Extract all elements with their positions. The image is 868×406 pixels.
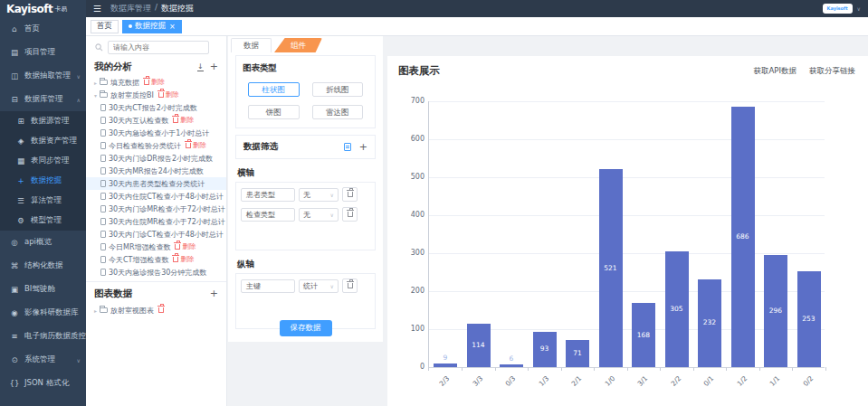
bar[interactable]: [434, 364, 457, 367]
view-tab-active[interactable]: 数据挖掘×: [122, 20, 182, 33]
delete-row-button[interactable]: [342, 207, 358, 222]
bar[interactable]: [500, 364, 523, 367]
x-category-label: 3/3: [455, 374, 484, 403]
tree-item-label: 今日MR增强检查数: [109, 242, 170, 252]
x-axis-tick: [594, 367, 595, 371]
x-category-label: 0/3: [489, 374, 518, 403]
tree-item[interactable]: 今天CT增强检查数删除: [86, 253, 226, 266]
x-axis-tick: [495, 367, 496, 371]
chart-type-selected[interactable]: 柱状图: [248, 82, 300, 97]
delete-link[interactable]: 删除: [186, 141, 206, 150]
sidebar-item-data-asset-mgmt[interactable]: ◈数据资产管理: [0, 131, 86, 151]
tab-component[interactable]: 组件: [274, 38, 322, 52]
sidebar-item-imaging-research-db[interactable]: ◉影像科研数据库: [0, 301, 86, 325]
analysis-panel: 我的分析 ↓ + ▸填充数据删除▾放射室质控BI删除30天内CT报告2小时完成数…: [86, 36, 227, 406]
tree-item[interactable]: ▾放射室质控BI删除: [86, 89, 226, 101]
axis-field-input[interactable]: 主键: [241, 279, 295, 293]
tree-item[interactable]: 30天内MR报告24小时完成数: [86, 165, 226, 177]
axis-agg-select[interactable]: 无∨: [299, 208, 339, 222]
gridline: [428, 177, 825, 178]
tree-item[interactable]: 今日MR增强检查数删除: [86, 241, 226, 253]
sidebar-item-label: 表同步管理: [31, 156, 70, 166]
file-icon: [100, 269, 106, 276]
tree-item[interactable]: 30天内CT报告2小时完成数: [86, 101, 226, 114]
tree-item[interactable]: 30天内互认检查数删除: [86, 114, 226, 127]
axis-agg-select[interactable]: 统计∨: [299, 279, 339, 293]
axis-field-row: 患者类型无∨: [241, 187, 370, 202]
delete-link[interactable]: 删除: [144, 78, 165, 87]
sidebar-item-database-mgmt[interactable]: ⊟数据库管理∧: [0, 88, 86, 111]
save-data-button[interactable]: 保存数据: [280, 320, 332, 336]
tree-item[interactable]: 30天内患者类型检查分类统计: [86, 177, 226, 190]
sidebar-item-datasource-mgmt[interactable]: ⊞数据源管理: [0, 111, 86, 131]
get-share-link[interactable]: 获取分享链接: [809, 66, 855, 77]
add-chart-button[interactable]: +: [210, 289, 218, 298]
tree-item[interactable]: 30天内急诊检查小于1小时总计: [86, 127, 226, 139]
chart-data-item[interactable]: ▸放射室视图表: [86, 304, 226, 316]
chevron-down-icon[interactable]: ∨: [857, 5, 861, 12]
tree-item[interactable]: 30天内住院MR检查小于72小时总计: [86, 215, 226, 228]
tree-item[interactable]: ▸填充数据删除: [86, 76, 226, 89]
axis-field-input[interactable]: 患者类型: [241, 188, 295, 202]
get-api-data-link[interactable]: 获取API数据: [754, 66, 796, 77]
sidebar-item-data-mining[interactable]: +数据挖掘: [0, 171, 86, 191]
delete-label: 删除: [166, 90, 179, 99]
delete-link[interactable]: 删除: [173, 116, 194, 125]
delete-row-button[interactable]: [342, 187, 358, 202]
sidebar-item-system-mgmt[interactable]: ⊙系统管理∨: [0, 348, 86, 372]
tree-item[interactable]: 30天内门诊CT检查小于48小时总计: [86, 228, 226, 241]
hamburger-icon[interactable]: ☰: [93, 4, 101, 14]
x-axis-tick: [792, 367, 793, 371]
tree-item[interactable]: 30天内住院CT检查小于48小时总计: [86, 190, 226, 203]
tree-item[interactable]: 今日检查检验分类统计删除: [86, 139, 226, 152]
sidebar-item-data-extract-mgmt[interactable]: ◫数据抽取管理∨: [0, 64, 86, 88]
close-icon[interactable]: ×: [169, 23, 176, 31]
tree-caret-icon[interactable]: ▸: [91, 80, 100, 86]
chart-type-option[interactable]: 饼图: [248, 105, 300, 119]
sidebar-item-project-mgmt[interactable]: ▤项目管理: [0, 41, 86, 64]
x-axis-title: 横轴: [237, 167, 374, 179]
delete-label: 删除: [180, 255, 194, 264]
sidebar-item-api-overview[interactable]: ◎api概览: [0, 231, 86, 254]
delete-link[interactable]: 删除: [173, 255, 194, 264]
algorithm-icon: ☰: [15, 196, 26, 205]
add-analysis-button[interactable]: +: [210, 62, 218, 71]
tab-data[interactable]: 数据: [231, 38, 272, 52]
delete-icon-button[interactable]: [158, 307, 164, 313]
axis-field-input[interactable]: 检查类型: [241, 208, 295, 222]
datasource-icon: ⊞: [15, 117, 26, 126]
sidebar-item-table-sync-mgmt[interactable]: ▦表同步管理: [0, 151, 86, 171]
chart-type-option[interactable]: 折线图: [312, 82, 364, 97]
sidebar-item-algorithm-mgmt[interactable]: ☰算法管理: [0, 191, 86, 211]
y-tick-label: 500: [401, 173, 424, 181]
trash-icon: [144, 80, 149, 85]
folder-icon: [100, 92, 108, 98]
sidebar-item-home[interactable]: ⌂首页: [0, 17, 86, 41]
chart-type-option[interactable]: 雷达图: [312, 105, 364, 119]
search-input[interactable]: [108, 41, 209, 54]
config-panel: 数据 组件 图表类型 柱状图折线图饼图雷达图 数据筛选 + 横轴 患者类型无∨检…: [228, 36, 383, 342]
breadcrumb-separator: /: [155, 3, 157, 14]
delete-link[interactable]: 删除: [158, 90, 179, 99]
export-icon[interactable]: ↓: [197, 63, 204, 71]
tree-item[interactable]: 30天内急诊报告30分钟完成数: [86, 266, 226, 279]
sidebar-item-model-mgmt[interactable]: ⚙模型管理: [0, 211, 86, 231]
tree-caret-icon[interactable]: ▸: [91, 307, 100, 314]
sidebar-item-bi-cockpit[interactable]: ▣BI驾驶舱: [0, 278, 86, 301]
user-badge[interactable]: Kayisoft: [823, 4, 853, 14]
sidebar-item-emr-quality[interactable]: ≡电子病历数据质控: [0, 325, 86, 348]
axis-agg-select[interactable]: 无∨: [299, 188, 339, 202]
x-category-label: 0/1: [687, 374, 716, 403]
delete-row-button[interactable]: [342, 279, 358, 293]
tree-caret-icon[interactable]: ▾: [91, 92, 100, 99]
tree-item-label: 30天内CT报告2小时完成数: [109, 103, 197, 113]
add-filter-button[interactable]: +: [359, 143, 367, 152]
tree-item[interactable]: 30天内门诊MR检查小于72小时总计: [86, 203, 226, 215]
sidebar-item-json-format[interactable]: {}JSON 格式化: [0, 372, 86, 395]
view-tab-inactive[interactable]: 首页: [91, 20, 119, 33]
sidebar-item-structured-data[interactable]: ⌘结构化数据: [0, 254, 86, 278]
delete-link[interactable]: 删除: [175, 242, 196, 251]
filter-copy-icon[interactable]: [344, 143, 351, 151]
tree-item[interactable]: 30天内门诊DR报告2小时完成数: [86, 152, 226, 165]
breadcrumb-parent[interactable]: 数据库管理: [110, 3, 151, 14]
